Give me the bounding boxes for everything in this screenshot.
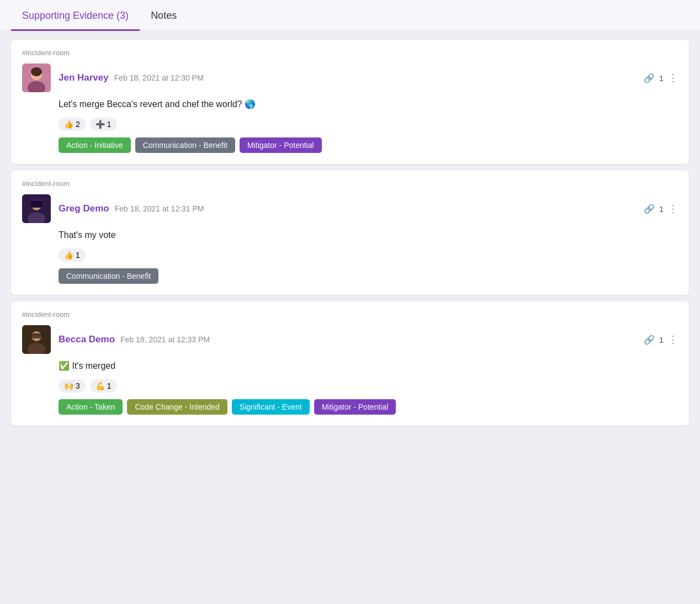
link-count-2: 1 [659, 204, 664, 214]
svg-point-4 [31, 67, 42, 76]
tabs-bar: Supporting Evidence (3) Notes [0, 0, 700, 31]
tag-communication-benefit-2[interactable]: Communication - Benefit [59, 268, 158, 284]
tag-action-initiative-1[interactable]: Action - Initiative [59, 137, 131, 153]
message-card-1: #incident-room Jen Harvey Feb 18, 2021 a… [11, 40, 689, 164]
avatar-jen [22, 63, 51, 92]
tag-code-change-3[interactable]: Code Change - Intended [127, 399, 227, 415]
link-icon-3[interactable]: 🔗 [644, 335, 655, 345]
message-body-1: Let's merge Becca's revert and chef the … [59, 98, 678, 111]
reactions-1: 👍 2 ➕ 1 [59, 118, 678, 131]
tab-supporting-evidence[interactable]: Supporting Evidence (3) [11, 0, 140, 31]
timestamp-1: Feb 18, 2021 at 12:30 PM [114, 73, 204, 82]
svg-rect-8 [31, 200, 42, 208]
greg-avatar-image [22, 194, 51, 223]
avatar-greg [22, 194, 51, 223]
reaction-plus-1[interactable]: ➕ 1 [90, 118, 117, 131]
link-icon-1[interactable]: 🔗 [644, 73, 655, 83]
message-card-3: #incident-room Becca Demo Feb 18, 2021 a… [11, 301, 689, 426]
reaction-thumbs-up-2[interactable]: 👍 1 [59, 248, 86, 262]
channel-label-1: #incident-room [22, 49, 678, 57]
link-count-3: 1 [659, 335, 664, 345]
tag-communication-benefit-1[interactable]: Communication - Benefit [135, 137, 235, 153]
timestamp-3: Feb 18, 2021 at 12:33 PM [120, 335, 210, 344]
reaction-celebrate-3[interactable]: 🙌 3 [59, 379, 86, 393]
avatar-becca [22, 325, 51, 354]
jen-avatar-image [22, 63, 51, 92]
tags-3: Action - Taken Code Change - Intended Si… [59, 399, 678, 415]
author-name-1: Jen Harvey [59, 72, 109, 83]
channel-label-2: #incident-room [22, 179, 678, 188]
message-body-2: That's my vote [59, 229, 678, 242]
reaction-thumbs-up-1[interactable]: 👍 2 [59, 118, 86, 131]
tag-mitigator-potential-1[interactable]: Mitigator - Potential [240, 137, 322, 153]
author-name-2: Greg Demo [59, 203, 109, 214]
tab-notes[interactable]: Notes [140, 0, 188, 31]
link-icon-2[interactable]: 🔗 [644, 204, 655, 214]
tag-action-taken-3[interactable]: Action - Taken [59, 399, 123, 415]
message-card-2: #incident-room Greg Demo Feb 18, 2021 at… [11, 171, 689, 295]
tags-1: Action - Initiative Communication - Bene… [59, 137, 678, 153]
more-icon-3[interactable]: ⋮ [668, 333, 678, 346]
link-count-1: 1 [659, 73, 664, 83]
becca-avatar-image [22, 325, 51, 354]
tag-significant-event-3[interactable]: Significant - Event [232, 399, 310, 415]
reactions-2: 👍 1 [59, 248, 678, 262]
timestamp-2: Feb 18, 2021 at 12:31 PM [115, 204, 204, 213]
reactions-3: 🙌 3 💪 1 [59, 379, 678, 393]
more-icon-2[interactable]: ⋮ [668, 203, 678, 215]
svg-rect-14 [30, 333, 43, 335]
tag-mitigator-potential-3[interactable]: Mitigator - Potential [314, 399, 396, 415]
reaction-flex-3[interactable]: 💪 1 [90, 379, 117, 393]
author-name-3: Becca Demo [59, 334, 115, 345]
more-icon-1[interactable]: ⋮ [668, 72, 678, 84]
content-area: #incident-room Jen Harvey Feb 18, 2021 a… [0, 31, 700, 435]
channel-label-3: #incident-room [22, 310, 678, 319]
message-body-3: ✅ It's merged [59, 359, 678, 373]
svg-rect-9 [30, 199, 43, 201]
tags-2: Communication - Benefit [59, 268, 678, 284]
